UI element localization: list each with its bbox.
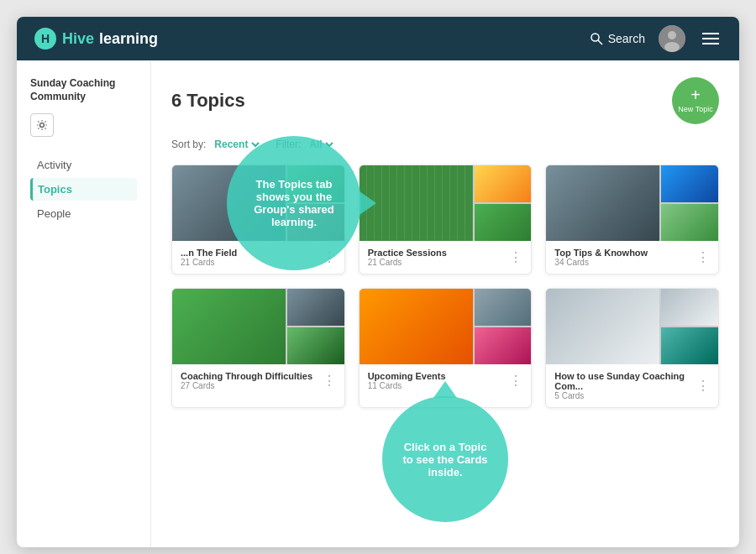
search-button[interactable]: Search (590, 32, 645, 45)
browser-window: H Hivelearning Search (17, 17, 739, 547)
community-name: Sunday Coaching Community (30, 77, 137, 103)
card-count: 5 Cards (554, 391, 696, 400)
card-image-top (475, 165, 532, 202)
card-more-button[interactable]: ⋮ (696, 251, 710, 264)
content-header: 6 Topics + New Topic (171, 77, 719, 124)
hamburger-line-2 (702, 38, 719, 39)
card-images (172, 165, 344, 241)
sidebar-item-people[interactable]: People (30, 202, 137, 225)
card-info: Top Tips & Knowhow 34 Cards ⋮ (546, 241, 718, 274)
main-content: Sunday Coaching Community Activity Topic… (17, 60, 739, 547)
svg-point-2 (591, 34, 599, 41)
card-title: Upcoming Events (368, 371, 446, 381)
card-text: Upcoming Events 11 Cards (368, 371, 446, 390)
card-info: ...n The Field 21 Cards ⋮ (172, 241, 344, 274)
page-title: 6 Topics (171, 90, 245, 112)
card-more-button[interactable]: ⋮ (323, 374, 336, 388)
navbar-right: Search (590, 25, 722, 52)
card-images (546, 289, 718, 364)
topic-card[interactable]: Practice Sessions 21 Cards ⋮ (359, 165, 533, 274)
card-count: 21 Cards (181, 258, 237, 267)
topics-grid: ...n The Field 21 Cards ⋮ Practice Sessi… (171, 165, 719, 408)
card-info: Practice Sessions 21 Cards ⋮ (360, 241, 532, 274)
card-title: Coaching Through Difficulties (181, 371, 312, 381)
card-more-button[interactable]: ⋮ (509, 374, 522, 388)
topic-card[interactable]: ...n The Field 21 Cards ⋮ (171, 165, 345, 274)
filter-select[interactable]: All (306, 138, 336, 151)
card-image-main (172, 165, 286, 241)
card-image-main (172, 289, 286, 364)
search-icon (590, 32, 603, 45)
card-count: 11 Cards (368, 381, 446, 390)
card-text: ...n The Field 21 Cards (181, 248, 237, 267)
topic-card[interactable]: How to use Sunday Coaching Com... 5 Card… (545, 288, 719, 408)
card-title: Practice Sessions (368, 248, 447, 258)
card-text: How to use Sunday Coaching Com... 5 Card… (554, 371, 696, 400)
card-image-main (360, 165, 473, 241)
svg-text:H: H (41, 32, 50, 45)
hive-logo-icon: H (34, 27, 57, 50)
card-info: How to use Sunday Coaching Com... 5 Card… (546, 364, 718, 407)
content-area: 6 Topics + New Topic Sort by: Recent Fil… (151, 60, 739, 547)
card-more-button[interactable]: ⋮ (509, 251, 522, 264)
hamburger-button[interactable] (699, 29, 722, 48)
sort-label: Sort by: (171, 138, 206, 150)
card-image-top (475, 289, 532, 326)
card-more-button[interactable]: ⋮ (696, 379, 710, 393)
card-count: 27 Cards (181, 381, 312, 390)
topic-card[interactable]: Top Tips & Knowhow 34 Cards ⋮ (545, 165, 719, 274)
logo-hive-text: Hive (62, 30, 94, 48)
card-image-bottom (475, 204, 532, 241)
card-images (172, 289, 344, 364)
card-image-bottom (661, 327, 718, 364)
topic-card[interactable]: Upcoming Events 11 Cards ⋮ (359, 288, 533, 408)
card-images (546, 165, 718, 241)
filter-group: Filter: All (276, 138, 336, 151)
avatar[interactable] (659, 25, 685, 52)
hamburger-line-1 (702, 33, 719, 34)
sort-group: Sort by: Recent (171, 138, 262, 151)
sidebar-item-activity[interactable]: Activity (30, 154, 137, 176)
card-info: Upcoming Events 11 Cards ⋮ (360, 364, 532, 397)
card-image-top (661, 165, 718, 202)
sort-filter-bar: Sort by: Recent Filter: All (171, 138, 719, 151)
card-count: 34 Cards (554, 258, 648, 267)
card-title: Top Tips & Knowhow (554, 248, 648, 258)
card-images (360, 165, 532, 241)
topic-card[interactable]: Coaching Through Difficulties 27 Cards ⋮ (171, 288, 345, 408)
avatar-image (659, 25, 685, 52)
card-text: Practice Sessions 21 Cards (368, 248, 447, 267)
card-image-main (360, 289, 473, 364)
card-text: Top Tips & Knowhow 34 Cards (554, 248, 648, 267)
new-topic-button[interactable]: + New Topic (672, 77, 719, 124)
hamburger-line-3 (702, 43, 719, 44)
svg-point-6 (664, 42, 680, 52)
card-title: How to use Sunday Coaching Com... (554, 371, 696, 391)
card-image-bottom (661, 204, 718, 241)
logo: H Hivelearning (34, 27, 158, 50)
svg-point-5 (668, 31, 676, 39)
plus-icon: + (690, 86, 701, 103)
card-more-button[interactable]: ⋮ (323, 251, 336, 264)
search-label: Search (608, 32, 645, 45)
new-topic-label: New Topic (678, 105, 712, 113)
filter-label: Filter: (276, 138, 301, 150)
card-image-top (287, 165, 344, 202)
sort-select[interactable]: Recent (211, 138, 262, 151)
tooltip-2-text: Click on a Topic to see the Cards inside… (399, 441, 491, 478)
svg-line-3 (598, 40, 602, 44)
sidebar: Sunday Coaching Community Activity Topic… (17, 60, 151, 547)
sidebar-nav: Activity Topics People (30, 154, 137, 225)
card-text: Coaching Through Difficulties 27 Cards (181, 371, 312, 390)
card-count: 21 Cards (368, 258, 447, 267)
card-image-top (661, 289, 718, 326)
card-image-main (546, 165, 659, 241)
card-image-bottom (475, 327, 532, 364)
card-image-bottom (287, 327, 344, 364)
settings-icon-box[interactable] (30, 113, 54, 137)
svg-point-7 (40, 123, 45, 128)
sidebar-item-topics[interactable]: Topics (30, 178, 137, 201)
logo-learning-text: learning (99, 30, 158, 48)
tooltip-bubble-cards: Click on a Topic to see the Cards inside… (382, 396, 508, 522)
card-images (360, 289, 532, 364)
